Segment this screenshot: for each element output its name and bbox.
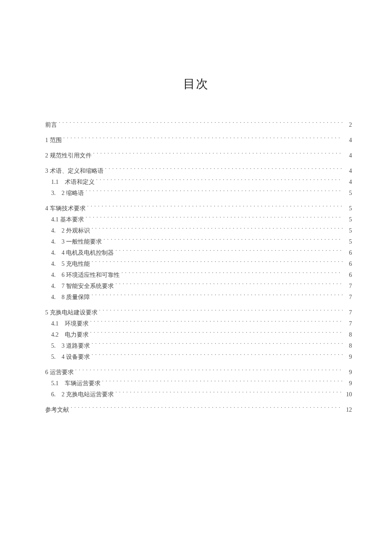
- toc-entry-page: 5: [344, 203, 352, 214]
- toc-entry-page: 6: [344, 247, 352, 259]
- toc-leader-dots: [121, 271, 343, 277]
- toc-entry[interactable]: 前言2: [45, 119, 352, 131]
- toc-leader-dots: [102, 379, 343, 385]
- toc-entry-label: 4.1 环境要求: [45, 318, 89, 329]
- toc-entry-page: 8: [344, 340, 352, 352]
- toc-entry[interactable]: 1.1 术语和定义4: [45, 177, 352, 188]
- toc-entry[interactable]: 6 运营要求9: [45, 367, 352, 378]
- toc-entry-page: 4: [344, 150, 352, 161]
- toc-entry-label: 5 充换电站建设要求: [45, 307, 98, 318]
- toc-entry-page: 5: [344, 214, 352, 225]
- toc-entry-label: 4. 3 一般性能要求: [45, 236, 102, 247]
- toc-entry-page: 2: [344, 119, 352, 131]
- toc-entry-page: 4: [344, 177, 352, 188]
- toc-leader-dots: [115, 249, 343, 255]
- toc-entry-label: 4. 2 外观标识: [45, 225, 90, 236]
- toc-entry-page: 5: [344, 225, 352, 236]
- toc-entry[interactable]: 4. 4 电机及电机控制器6: [45, 247, 352, 259]
- toc-entry-label: 6. 2 充换电站运营要求: [45, 389, 114, 400]
- toc-entry-label: 1 范围: [45, 135, 62, 146]
- toc-entry-label: 6 运营要求: [45, 367, 74, 378]
- toc-entry-label: 4. 8 质量保障: [45, 292, 90, 303]
- toc-entry-label: 2 规范性引用文件: [45, 150, 92, 161]
- toc-entry-label: 5. 4 设备要求: [45, 352, 90, 363]
- toc-entry-label: 前言: [45, 119, 57, 131]
- toc-leader-dots: [99, 308, 343, 314]
- toc-entry-page: 9: [344, 352, 352, 363]
- toc-entry[interactable]: 5.1 车辆运营要求9: [45, 378, 352, 389]
- toc-entry-page: 5: [344, 236, 352, 247]
- toc-entry-page: 8: [344, 329, 352, 340]
- toc-leader-dots: [93, 151, 343, 157]
- toc-entry-page: 5: [344, 188, 352, 199]
- toc-entry[interactable]: 参考文献12: [45, 404, 352, 416]
- toc-leader-dots: [90, 331, 343, 337]
- toc-leader-dots: [115, 282, 343, 288]
- toc-leader-dots: [92, 342, 343, 348]
- toc-entry-label: 3. 2 缩略语: [45, 188, 84, 199]
- toc-entry[interactable]: 5 充换电站建设要求7: [45, 307, 352, 318]
- toc-entry-label: 5. 3 道路要求: [45, 340, 90, 352]
- toc-entry-page: 9: [344, 367, 352, 378]
- toc-entry[interactable]: 5. 3 道路要求8: [45, 340, 352, 352]
- toc-leader-dots: [86, 215, 343, 221]
- toc-entry[interactable]: 3 术语、定义和缩略语4: [45, 166, 352, 177]
- toc-leader-dots: [104, 238, 343, 244]
- toc-list: 前言21 范围42 规范性引用文件43 术语、定义和缩略语41.1 术语和定义4…: [45, 119, 352, 416]
- toc-entry-page: 4: [344, 166, 352, 177]
- toc-entry-label: 4 车辆技术要求: [45, 203, 86, 214]
- toc-entry-label: 5.1 车辆运营要求: [45, 378, 101, 389]
- toc-entry[interactable]: 3. 2 缩略语5: [45, 188, 352, 199]
- toc-entry-page: 4: [344, 135, 352, 146]
- toc-entry-label: 4. 7 智能安全系统要求: [45, 281, 114, 292]
- toc-entry-label: 3 术语、定义和缩略语: [45, 166, 104, 177]
- toc-leader-dots: [75, 368, 343, 374]
- toc-entry-page: 7: [344, 281, 352, 292]
- toc-entry-label: 4. 4 电机及电机控制器: [45, 247, 114, 259]
- toc-entry-label: 4.1 基本要求: [45, 214, 84, 225]
- toc-entry-label: 4. 5 充电性能: [45, 259, 90, 270]
- toc-entry[interactable]: 4. 3 一般性能要求5: [45, 236, 352, 247]
- toc-entry[interactable]: 4.2 电力要求8: [45, 329, 352, 340]
- toc-entry[interactable]: 4. 7 智能安全系统要求7: [45, 281, 352, 292]
- toc-entry[interactable]: 4. 6 环境适应性和可靠性6: [45, 270, 352, 281]
- toc-leader-dots: [92, 353, 343, 359]
- toc-entry[interactable]: 5. 4 设备要求9: [45, 352, 352, 363]
- toc-entry-page: 9: [344, 378, 352, 389]
- toc-leader-dots: [105, 167, 343, 173]
- toc-entry[interactable]: 4. 2 外观标识5: [45, 225, 352, 236]
- page: 目次 前言21 范围42 规范性引用文件43 术语、定义和缩略语41.1 术语和…: [0, 0, 392, 555]
- toc-entry[interactable]: 4. 5 充电性能6: [45, 259, 352, 270]
- toc-leader-dots: [71, 406, 343, 412]
- toc-entry-label: 4. 6 环境适应性和可靠性: [45, 270, 120, 281]
- toc-leader-dots: [63, 136, 343, 142]
- toc-entry-label: 1.1 术语和定义: [45, 177, 95, 188]
- toc-leader-dots: [92, 293, 343, 299]
- toc-entry-page: 6: [344, 259, 352, 270]
- toc-entry[interactable]: 6. 2 充换电站运营要求10: [45, 389, 352, 400]
- toc-entry-page: 7: [344, 292, 352, 303]
- toc-entry[interactable]: 1 范围4: [45, 135, 352, 146]
- toc-entry[interactable]: 4 车辆技术要求5: [45, 203, 352, 214]
- toc-leader-dots: [92, 227, 343, 232]
- toc-leader-dots: [96, 178, 343, 184]
- toc-entry[interactable]: 2 规范性引用文件4: [45, 150, 352, 161]
- toc-entry[interactable]: 4. 8 质量保障7: [45, 292, 352, 303]
- toc-entry[interactable]: 4.1 环境要求7: [45, 318, 352, 329]
- toc-entry[interactable]: 4.1 基本要求5: [45, 214, 352, 225]
- toc-entry-page: 7: [344, 318, 352, 329]
- toc-leader-dots: [59, 121, 343, 127]
- toc-entry-page: 12: [344, 404, 352, 416]
- toc-entry-page: 10: [344, 389, 352, 400]
- toc-entry-page: 7: [344, 307, 352, 318]
- toc-title: 目次: [0, 76, 392, 92]
- toc-leader-dots: [115, 390, 343, 396]
- toc-leader-dots: [90, 320, 343, 325]
- toc-leader-dots: [87, 204, 343, 210]
- toc-entry-label: 4.2 电力要求: [45, 329, 89, 340]
- toc-leader-dots: [86, 189, 343, 195]
- toc-entry-label: 参考文献: [45, 404, 69, 416]
- toc-entry-page: 6: [344, 270, 352, 281]
- toc-leader-dots: [92, 260, 343, 266]
